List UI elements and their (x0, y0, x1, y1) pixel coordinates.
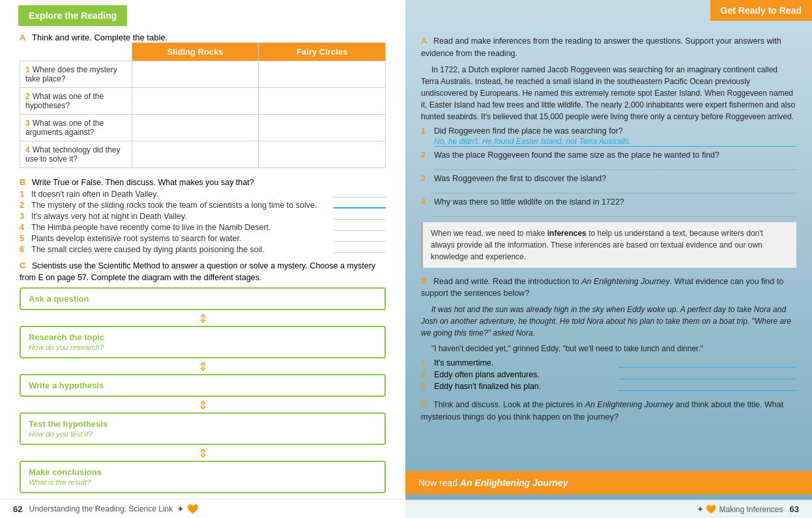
footer-left: 62 Understanding the Reading; Science Li… (0, 499, 405, 518)
page-num-right: 63 (790, 504, 799, 514)
section-c-instruction: Scientists use the Scientific Method to … (20, 261, 375, 282)
now-read-bar: Now read An Enlightening Journey (405, 471, 812, 495)
question-cell: 3What was one of the arguments against? (20, 115, 132, 141)
right-question: 2 Was the place Roggeveen found the same… (421, 151, 796, 170)
diagram-box[interactable]: Make conclusionsWhat is the result? (20, 461, 386, 493)
inference-bold: inferences (547, 229, 587, 238)
q-text: Was the place Roggeveen found the same s… (434, 151, 796, 170)
write-item-text: Eddy often plans adventures. (434, 370, 613, 379)
table-container: Sliding Rocks Fairy Circles 1Where does … (20, 42, 386, 168)
section-b-right: B Read and write. Read the introduction … (421, 276, 796, 392)
right-panel: Get Ready to Read A Read and make infere… (405, 0, 812, 518)
answer-cell-1[interactable] (132, 141, 259, 168)
q-text: Did Roggeveen find the place he was sear… (434, 126, 796, 147)
answer-line[interactable] (334, 197, 386, 197)
diagram-label: Make conclusions (29, 467, 102, 477)
diagram-label: Research the topic (29, 332, 104, 342)
q-num: 3 (421, 174, 430, 183)
answer-filled: No, he didn't. He found Easter Island, n… (434, 137, 796, 147)
true-false-item: 3 It's always very hot at night in Death… (20, 212, 386, 221)
item-num: 2 (20, 201, 27, 210)
diagram-box[interactable]: Research the topicHow do you research? (20, 326, 386, 358)
passage-b1: It was hot and the sun was already high … (421, 304, 796, 339)
table-row: 2What was one of the hypotheses? (20, 88, 386, 115)
write-item-text: It's summertime. (434, 358, 613, 367)
right-question: 3 Was Roggeveen the first to discover th… (421, 174, 796, 194)
diagram-list: Ask a question⇕Research the topicHow do … (20, 287, 386, 493)
footer-right: ✦ 🧡 Making Inferences 63 (405, 500, 812, 518)
answer-line[interactable] (334, 241, 386, 242)
write-item-line[interactable] (618, 370, 796, 379)
item-num: 6 (20, 245, 27, 254)
q-num: 4 (421, 197, 430, 207)
answer-line[interactable] (334, 230, 386, 231)
answer-line[interactable] (334, 219, 386, 220)
true-false-item: 5 Plants develop extensive root systems … (20, 234, 386, 243)
now-read-title: An Enlightening Journey (460, 478, 568, 488)
answer-blank[interactable] (434, 161, 796, 170)
empty-header (20, 43, 132, 61)
passage-a: In 1722, a Dutch explorer named Jacob Ro… (421, 64, 796, 122)
section-a-instruction: Think and write. Complete the table. (32, 33, 167, 42)
answer-blank[interactable] (434, 184, 796, 194)
item-text: The small circles were caused by dying p… (31, 245, 327, 254)
footer-right-text: Making Inferences (719, 505, 783, 514)
right-body: A Read and make inferences from the read… (421, 35, 796, 511)
answer-cell-1[interactable] (132, 61, 259, 88)
diagram-box[interactable]: Test the hypothesisHow do you test it? (20, 412, 386, 445)
answer-cell-1[interactable] (132, 88, 259, 115)
diagram-label: Ask a question (29, 294, 89, 304)
answer-line[interactable] (334, 252, 386, 253)
true-false-list: 1 It doesn't rain often in Death Valley.… (20, 190, 386, 254)
answer-cell-1[interactable] (132, 115, 259, 141)
col-sliding-rocks: Sliding Rocks (132, 43, 259, 61)
right-question: 4 Why was there so little wildlife on th… (421, 197, 796, 217)
diagram-sub: How do you test it? (29, 430, 93, 438)
q-num: 1 (421, 126, 430, 136)
write-item-line[interactable] (618, 382, 796, 391)
write-item-num: 3 (421, 382, 430, 391)
true-false-item: 2 The mystery of the sliding rocks took … (20, 201, 386, 210)
science-link-icon: ✦ 🧡 (177, 504, 198, 514)
write-item-text: Eddy hasn't finalized his plan. (434, 382, 613, 391)
passage-b2: "I haven't decided yet," grinned Eddy, "… (421, 343, 796, 354)
item-num: 3 (20, 212, 27, 221)
question-cell: 1Where does the mystery take place? (20, 61, 132, 88)
col-fairy-circles: Fairy Circles (259, 43, 386, 61)
true-false-item: 6 The small circles were caused by dying… (20, 245, 386, 254)
section-b-right-instruction: Read and write. Read the introduction to… (421, 277, 783, 298)
write-item: 3 Eddy hasn't finalized his plan. (421, 382, 796, 391)
write-item-line[interactable] (618, 358, 796, 367)
item-text: It doesn't rain often in Death Valley. (31, 190, 327, 199)
section-a-right-label: A (421, 36, 427, 46)
item-text: It's always very hot at night in Death V… (31, 212, 327, 221)
section-c-right-label: C (421, 399, 427, 409)
item-num: 4 (20, 223, 27, 232)
section-b-instruction: Write True or False. Then discuss. What … (32, 178, 254, 187)
footer-left-text: Understanding the Reading; Science Link (29, 504, 173, 513)
q-text: Was Roggeveen the first to discover the … (434, 174, 796, 194)
diagram-label: Write a hypothesis (29, 381, 104, 390)
item-text: Plants develop extensive root systems to… (31, 234, 327, 243)
section-b-right-label: B (421, 276, 427, 286)
answer-cell-2[interactable] (259, 61, 386, 88)
diagram-arrow: ⇕ (20, 313, 386, 324)
page-num-left: 62 (13, 504, 22, 514)
answer-cell-2[interactable] (259, 88, 386, 115)
right-header-title: Get Ready to Read (721, 5, 802, 16)
question-cell: 2What was one of the hypotheses? (20, 88, 132, 115)
q-num: 2 (421, 151, 430, 160)
section-b-left: B Write True or False. Then discuss. Wha… (20, 177, 386, 254)
question-cell: 4What technology did they use to solve i… (20, 141, 132, 168)
true-false-item: 4 The Himba people have recently come to… (20, 223, 386, 232)
diagram-box[interactable]: Write a hypothesis (20, 374, 386, 397)
item-num: 5 (20, 234, 27, 243)
answer-line[interactable] (334, 207, 386, 209)
section-c-left: C Scientists use the Scientific Method t… (20, 261, 386, 493)
section-c-right-instruction: Think and discuss. Look at the pictures … (421, 400, 783, 422)
answer-cell-2[interactable] (259, 141, 386, 168)
answer-blank[interactable] (434, 208, 796, 217)
diagram-box[interactable]: Ask a question (20, 287, 386, 310)
answer-cell-2[interactable] (259, 115, 386, 141)
section-c-right: C Think and discuss. Look at the picture… (421, 399, 796, 424)
